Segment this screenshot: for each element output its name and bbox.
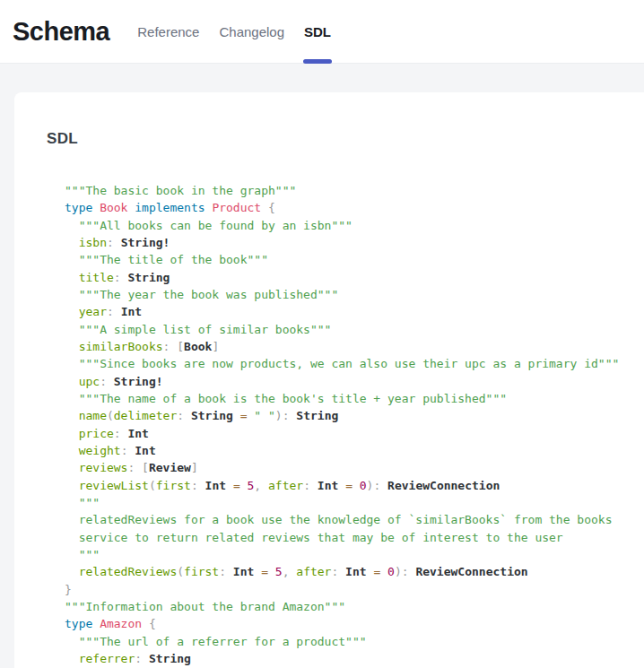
code-line: """	[65, 546, 644, 563]
code-line: referrer: String	[65, 650, 644, 667]
code-line: relatedReviews for a book use the knowle…	[65, 511, 644, 528]
code-line: """All books can be found by an isbn"""	[65, 217, 644, 234]
tab-changelog[interactable]: Changelog	[209, 0, 294, 63]
code-line: """The url of a referrer for a product""…	[65, 633, 644, 650]
code-line: name(delimeter: String = " "): String	[65, 407, 644, 424]
code-line: """A simple list of similar books"""	[65, 321, 644, 338]
code-line: """The name of a book is the book's titl…	[65, 390, 644, 407]
code-line: """	[65, 494, 644, 511]
code-line: weight: Int	[65, 442, 644, 459]
code-line: """The title of the book"""	[65, 251, 644, 268]
code-line: upc: String!	[65, 373, 644, 390]
code-line: type Amazon {	[65, 615, 644, 632]
tab-bar: Reference Changelog SDL	[127, 0, 341, 63]
content-card: SDL """The basic book in the graph"""typ…	[14, 92, 644, 668]
active-tab-indicator	[303, 59, 332, 64]
code-line: """The year the book was published"""	[65, 286, 644, 303]
code-line: service to return related reviews that m…	[65, 529, 644, 546]
tab-changelog-label: Changelog	[219, 24, 284, 39]
code-line: reviews: [Review]	[65, 459, 644, 476]
code-line: isbn: String!	[65, 234, 644, 251]
code-line: relatedReviews(first: Int = 5, after: In…	[65, 563, 644, 580]
code-line: title: String	[65, 269, 644, 286]
code-line: """The basic book in the graph"""	[65, 182, 644, 199]
page-title: Schema	[13, 17, 109, 47]
page-header: Schema Reference Changelog SDL	[0, 0, 644, 64]
code-line: year: Int	[65, 303, 644, 320]
code-line: type Book implements Product {	[65, 199, 644, 216]
sdl-heading: SDL	[14, 130, 644, 148]
code-line: """Information about the brand Amazon"""	[65, 598, 644, 615]
code-line: reviewList(first: Int = 5, after: Int = …	[65, 477, 644, 494]
code-line: similarBooks: [Book]	[65, 338, 644, 355]
tab-sdl-label: SDL	[304, 24, 331, 39]
tab-sdl[interactable]: SDL	[294, 0, 341, 63]
tab-reference[interactable]: Reference	[127, 0, 209, 63]
code-line: """Since books are now products, we can …	[65, 355, 644, 372]
code-line: price: Int	[65, 425, 644, 442]
tab-reference-label: Reference	[137, 24, 199, 39]
sdl-code-block: """The basic book in the graph"""type Bo…	[14, 182, 644, 668]
code-line: }	[65, 581, 644, 598]
